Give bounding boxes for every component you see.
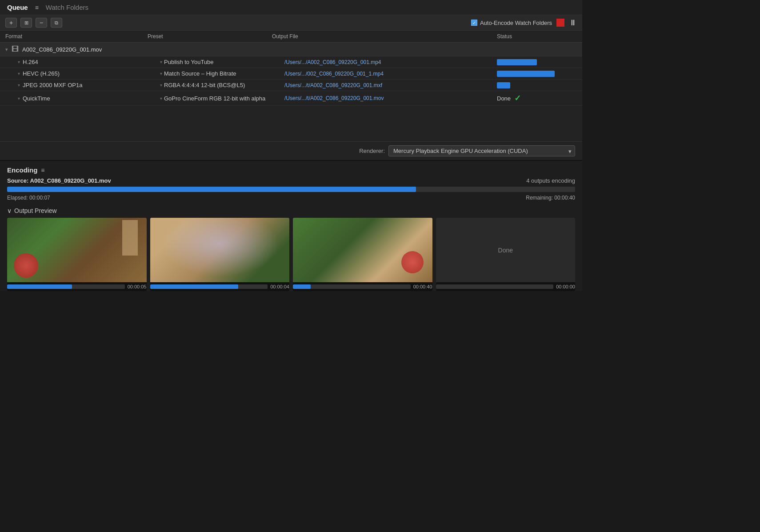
output-file-column-header: Output File: [272, 33, 497, 40]
preset-label: Publish to YouTube: [164, 59, 214, 65]
queue-item[interactable]: ▾ JPEG 2000 MXF OP1a ▾ RGBA 4:4:4:4 12-b…: [0, 80, 582, 91]
preview-progress-track: [293, 284, 411, 289]
item-chevron-icon: ▾: [18, 71, 20, 76]
item-chevron-icon: ▾: [18, 60, 20, 64]
remaining-label: Remaining: 00:00:40: [526, 195, 575, 201]
preview-bottom: 00:00:00: [436, 282, 576, 291]
preset-chevron-icon: ▾: [160, 96, 162, 101]
elapsed-label: Elapsed: 00:00:07: [7, 195, 50, 201]
auto-encode-checkbox[interactable]: ✓: [471, 20, 477, 26]
preset-cell: ▾ GoPro CineForm RGB 12-bit with alpha: [160, 95, 284, 102]
progress-bar: [497, 59, 537, 65]
preview-item: 00:00:40: [293, 218, 432, 291]
progress-bar: [497, 82, 510, 88]
auto-encode-label[interactable]: ✓ Auto-Encode Watch Folders: [471, 20, 552, 26]
source-chevron-icon: ▾: [5, 47, 8, 52]
encoding-source-label: Source: A002_C086_09220G_001.mov: [7, 177, 111, 184]
status-cell: [497, 71, 577, 77]
film-icon: 🎞: [12, 45, 19, 53]
preview-progress-track: [7, 284, 125, 289]
queue-menu-icon[interactable]: ≡: [35, 4, 39, 11]
preview-time: 00:00:40: [413, 284, 432, 289]
preset-label: GoPro CineForm RGB 12-bit with alpha: [164, 95, 265, 102]
output-path: /Users/.../002_C086_09220G_001_1.mp4: [284, 71, 497, 77]
preview-done-box: Done: [436, 218, 576, 282]
renderer-label: Renderer:: [359, 148, 385, 154]
preview-time: 00:00:05: [128, 284, 147, 289]
status-column-header: Status: [497, 33, 577, 40]
preset-cell: ▾ Match Source – High Bitrate: [160, 70, 284, 77]
status-done-label: Done: [497, 95, 511, 102]
renderer-select[interactable]: Mercury Playback Engine GPU Acceleration…: [388, 145, 575, 156]
status-cell: Done ✓: [497, 93, 577, 103]
status-cell: [497, 59, 577, 65]
format-cell: ▾ QuickTime: [18, 95, 160, 102]
outputs-count: 4 outputs encoding: [526, 177, 575, 184]
queue-tab[interactable]: Queue: [7, 4, 28, 11]
preview-progress-fill: [7, 284, 72, 289]
output-path: /Users/.../t/A002_C086_09220G_001.mov: [284, 95, 497, 101]
preview-progress-fill: [150, 284, 239, 289]
preview-progress-track: [436, 284, 554, 289]
top-navigation: Queue ≡ Watch Folders: [0, 0, 582, 15]
encoding-header: Encoding ≡: [7, 166, 575, 174]
queue-item[interactable]: ▾ HEVC (H.265) ▾ Match Source – High Bit…: [0, 68, 582, 80]
item-chevron-icon: ▾: [18, 83, 20, 88]
add-preset-button[interactable]: ⊞: [20, 18, 32, 28]
queue-source-row[interactable]: ▾ 🎞 A002_C086_09220G_001.mov: [0, 43, 582, 56]
preset-label: RGBA 4:4:4:4 12-bit (BCS@L5): [164, 82, 245, 88]
encoding-section: Encoding ≡ Source: A002_C086_09220G_001.…: [0, 160, 582, 291]
preview-progress-track: [150, 284, 268, 289]
toolbar-right: ✓ Auto-Encode Watch Folders ⏸: [471, 19, 577, 27]
encoding-menu-icon[interactable]: ≡: [41, 167, 44, 174]
queue-item[interactable]: ▾ QuickTime ▾ GoPro CineForm RGB 12-bit …: [0, 91, 582, 106]
queue-spacer: [0, 106, 582, 141]
preview-thumbnail: [150, 218, 290, 282]
preset-chevron-icon: ▾: [160, 71, 162, 76]
preview-time: 00:00:00: [556, 284, 575, 289]
queue-table-header: Format Preset Output File Status: [0, 31, 582, 43]
preset-column-header: Preset: [148, 33, 272, 40]
renderer-select-wrapper[interactable]: Mercury Playback Engine GPU Acceleration…: [388, 145, 575, 156]
watch-folders-tab[interactable]: Watch Folders: [46, 4, 88, 11]
preview-item-done: Done 00:00:00: [436, 218, 576, 291]
preset-chevron-icon: ▾: [160, 83, 162, 88]
encoding-title: Encoding: [7, 166, 37, 174]
output-preview-header: ∨ Output Preview: [7, 205, 575, 218]
preview-done-label: Done: [498, 247, 513, 254]
format-label: JPEG 2000 MXF OP1a: [23, 82, 82, 88]
renderer-row: Renderer: Mercury Playback Engine GPU Ac…: [0, 141, 582, 160]
format-cell: ▾ H.264: [18, 59, 160, 65]
queue-item[interactable]: ▾ H.264 ▾ Publish to YouTube /Users/.../…: [0, 56, 582, 68]
preview-item: 00:00:04: [150, 218, 290, 291]
main-progress-bar: [7, 187, 416, 192]
add-button[interactable]: +: [5, 18, 17, 28]
preview-bottom: 00:00:05: [7, 282, 147, 291]
timing-row: Elapsed: 00:00:07 Remaining: 00:00:40: [7, 195, 575, 201]
encoding-meta: Source: A002_C086_09220G_001.mov 4 outpu…: [7, 177, 575, 184]
preview-thumbnail: [293, 218, 432, 282]
output-preview-chevron-icon: ∨: [7, 207, 12, 214]
preview-grid: 00:00:05 00:00:04 00:00:40: [7, 218, 575, 291]
preset-cell: ▾ RGBA 4:4:4:4 12-bit (BCS@L5): [160, 82, 284, 88]
main-toolbar: + ⊞ − ⧉ ✓ Auto-Encode Watch Folders ⏸: [0, 15, 582, 31]
progress-bar: [497, 71, 555, 77]
status-cell: [497, 82, 577, 88]
preview-bottom: 00:00:40: [293, 282, 432, 291]
preview-progress-fill: [293, 284, 311, 289]
preview-item: 00:00:05: [7, 218, 147, 291]
preview-time: 00:00:04: [270, 284, 289, 289]
format-label: H.264: [23, 59, 38, 65]
stop-button[interactable]: [556, 19, 564, 27]
preview-thumbnail: [7, 218, 147, 282]
format-column-header: Format: [5, 33, 148, 40]
format-label: HEVC (H.265): [23, 70, 60, 77]
item-chevron-icon: ▾: [18, 96, 20, 101]
preset-cell: ▾ Publish to YouTube: [160, 59, 284, 65]
remove-button[interactable]: −: [36, 18, 47, 28]
duplicate-button[interactable]: ⧉: [51, 18, 62, 28]
format-cell: ▾ HEVC (H.265): [18, 70, 160, 77]
output-path: /Users/.../A002_C086_09220G_001.mp4: [284, 59, 497, 65]
pause-button[interactable]: ⏸: [569, 19, 577, 27]
checkmark-icon: ✓: [514, 93, 521, 103]
